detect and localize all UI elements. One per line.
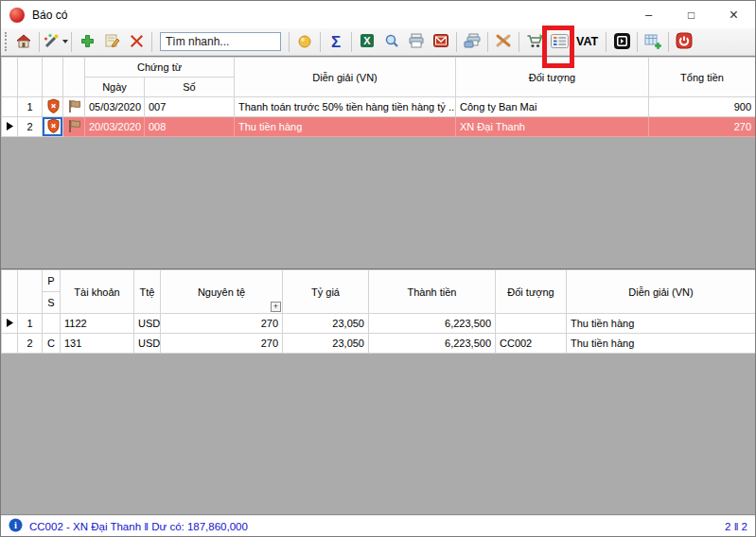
app-window: Báo có – □ × <box>0 0 756 537</box>
sum-button[interactable]: Σ <box>324 30 348 54</box>
column-header-so[interactable]: Số <box>145 78 235 97</box>
close-button[interactable]: × <box>712 1 755 28</box>
row-number: 1 <box>18 314 43 334</box>
cell-so[interactable]: 008 <box>145 117 235 137</box>
flag-cell[interactable] <box>63 97 85 117</box>
cell-dien-giai[interactable]: Thu tiền hàng <box>567 334 756 354</box>
add-table-button[interactable] <box>641 30 665 54</box>
cell-nguyen-te[interactable]: 270 <box>161 334 283 354</box>
cell-dien-giai[interactable]: Thu tiền hàng <box>235 117 456 137</box>
format-dropdown-button[interactable] <box>43 30 68 54</box>
status-column-header <box>43 58 63 97</box>
table-plus-icon <box>644 33 662 51</box>
red-x-icon <box>130 34 144 50</box>
cell-tai-khoan[interactable]: 1122 <box>61 314 134 334</box>
flag-icon <box>67 124 82 135</box>
cell-tte[interactable]: USD <box>134 314 161 334</box>
column-header-thanh-tien[interactable]: Thành tiền <box>369 270 496 314</box>
vat-button[interactable]: VAT <box>571 30 603 54</box>
column-options-button[interactable]: + <box>271 302 281 312</box>
row-indicator-header <box>2 270 18 314</box>
add-button[interactable] <box>75 30 99 54</box>
maximize-button[interactable]: □ <box>670 1 712 28</box>
coin-icon <box>297 33 312 50</box>
toolbar-grip[interactable] <box>5 32 9 51</box>
svg-text:i: i <box>14 520 17 530</box>
cell-nguyen-te[interactable]: 270 <box>161 314 283 334</box>
power-icon <box>676 32 693 51</box>
column-header-tong-tien[interactable]: Tổng tiền <box>649 58 756 97</box>
print-all-button[interactable] <box>460 30 484 54</box>
status-bar: i CC002 - XN Đại Thanh ‖ Dư có: 187,860,… <box>1 514 755 537</box>
print-button[interactable] <box>404 30 429 54</box>
row-number-header <box>18 58 43 97</box>
tools-button[interactable] <box>491 30 516 54</box>
cell-tte[interactable]: USD <box>134 334 161 354</box>
cell-tai-khoan[interactable]: 131 <box>61 334 134 354</box>
cell-ngay[interactable]: 05/03/2020 <box>85 97 145 117</box>
column-header-doi-tuong[interactable]: Đối tượng <box>456 58 649 97</box>
home-button[interactable] <box>11 30 36 54</box>
cell-thanh-tien[interactable]: 6,223,500 <box>369 314 496 334</box>
cell-ty-gia[interactable]: 23,050 <box>283 314 369 334</box>
status-info-text: CC002 - XN Đại Thanh ‖ Dư có: 187,860,00… <box>29 521 248 532</box>
column-header-tte[interactable]: Ttệ <box>134 270 161 314</box>
row-number: 2 <box>18 117 43 137</box>
column-header-ty-gia[interactable]: Tỷ giá <box>283 270 369 314</box>
cart-icon <box>526 33 544 50</box>
column-header-s[interactable]: S <box>43 292 61 314</box>
minimize-button[interactable]: – <box>627 1 670 28</box>
cell-dien-giai[interactable]: Thanh toán trước 50% tiền hàng tiền hàng… <box>235 97 456 117</box>
detail-row-1: 1 N 1122 USD 270 23,050 6,223,500 Thu ti… <box>2 314 756 334</box>
status-cell-focused[interactable] <box>43 117 63 137</box>
cart-button[interactable] <box>522 30 547 54</box>
cell-tong-tien[interactable]: 900 <box>649 97 756 117</box>
toolbar: Σ X VAT <box>1 28 755 56</box>
column-header-nguyen-te[interactable]: Nguyên tệ + <box>161 270 283 314</box>
flag-cell[interactable] <box>63 117 85 137</box>
column-header-dien-giai[interactable]: Diễn giải (VN) <box>235 58 456 97</box>
crossed-tools-icon <box>495 33 512 50</box>
excel-icon: X <box>360 33 375 50</box>
home-icon <box>15 33 32 50</box>
cell-ps-current[interactable]: N <box>43 314 61 334</box>
cell-ps[interactable]: C <box>43 334 61 354</box>
row-indicator-header <box>2 58 18 97</box>
print-preview-button[interactable] <box>379 30 404 54</box>
column-header-ngay[interactable]: Ngày <box>85 78 145 97</box>
voucher-grid-region: Chứng từ Diễn giải (VN) Đối tượng Tổng t… <box>1 56 755 268</box>
envelope-icon <box>433 34 448 49</box>
cell-doi-tuong[interactable]: Công ty Ban Mai <box>456 97 649 117</box>
cell-doi-tuong[interactable]: CC002 <box>496 334 567 354</box>
cell-thanh-tien[interactable]: 6,223,500 <box>369 334 496 354</box>
run-icon <box>613 32 631 52</box>
column-header-chung-tu[interactable]: Chứng từ <box>85 58 235 78</box>
chevron-down-icon <box>62 40 68 43</box>
edit-button[interactable] <box>99 30 124 54</box>
cell-ty-gia[interactable]: 23,050 <box>283 334 369 354</box>
cell-doi-tuong[interactable] <box>496 314 567 334</box>
scheduler-button[interactable] <box>609 30 634 54</box>
column-header-dien-giai[interactable]: Diễn giải (VN) <box>567 270 756 314</box>
list-view-icon <box>551 34 569 50</box>
title-bar: Báo có – □ × <box>1 1 755 28</box>
cell-so[interactable]: 007 <box>145 97 235 117</box>
cell-dien-giai[interactable]: Thu tiền hàng <box>567 314 756 334</box>
cell-doi-tuong[interactable]: XN Đại Thanh <box>456 117 649 137</box>
column-header-tai-khoan[interactable]: Tài khoản <box>61 270 134 314</box>
detail-row-2: 2 C 131 USD 270 23,050 6,223,500 CC002 T… <box>2 334 756 354</box>
detail-view-button[interactable] <box>547 30 571 54</box>
quick-search-input[interactable] <box>160 32 281 51</box>
exit-button[interactable] <box>672 30 696 54</box>
delete-button[interactable] <box>124 30 149 54</box>
cell-tong-tien[interactable]: 270 <box>649 117 756 137</box>
cell-ngay[interactable]: 20/03/2020 <box>85 117 145 137</box>
attachment-button[interactable] <box>292 30 317 54</box>
export-excel-button[interactable]: X <box>355 30 379 54</box>
column-header-p[interactable]: P <box>43 270 61 292</box>
info-icon: i <box>9 518 23 534</box>
email-button[interactable] <box>429 30 453 54</box>
column-header-doi-tuong[interactable]: Đối tượng <box>496 270 567 314</box>
status-cell[interactable] <box>43 97 63 117</box>
printer-icon <box>408 33 425 50</box>
